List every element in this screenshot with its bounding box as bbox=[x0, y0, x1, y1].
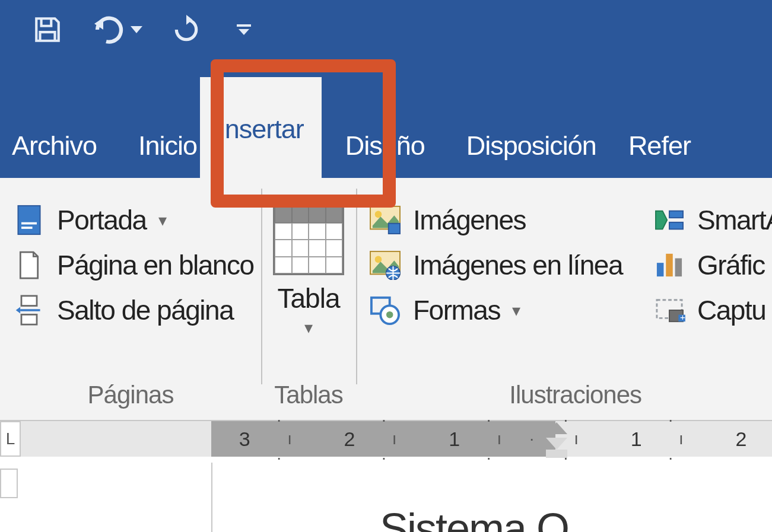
svg-rect-4 bbox=[21, 314, 37, 324]
vertical-ruler-fragment bbox=[0, 469, 18, 498]
svg-rect-8 bbox=[389, 224, 400, 234]
repeat-icon bbox=[171, 15, 201, 44]
tab-referencias[interactable]: Refer bbox=[614, 107, 691, 178]
svg-rect-17 bbox=[657, 263, 664, 276]
pictures-icon bbox=[368, 203, 402, 237]
chevron-down-icon: ▾ bbox=[512, 301, 520, 320]
tabla-button[interactable]: Tabla ▾ bbox=[273, 203, 344, 337]
svg-rect-3 bbox=[21, 296, 37, 306]
title-bar: Archivo Inicio Insertar Diseño Disposici… bbox=[0, 0, 772, 178]
smartart-label: SmartA bbox=[697, 204, 772, 236]
online-pictures-icon bbox=[368, 248, 402, 282]
table-icon bbox=[273, 204, 344, 275]
quick-access-toolbar bbox=[30, 12, 252, 47]
ruler-number: 1 bbox=[605, 428, 667, 451]
undo-button[interactable] bbox=[91, 12, 127, 47]
pagina-blanco-label: Página en blanco bbox=[57, 249, 254, 281]
ruler-number: 2 bbox=[710, 428, 772, 451]
tab-selector[interactable]: L bbox=[0, 421, 21, 457]
shapes-icon bbox=[368, 293, 402, 327]
salto-pagina-label: Salto de página bbox=[57, 294, 233, 326]
ribbon: Portada ▾ Página en blanco bbox=[0, 178, 772, 421]
tab-disposicion[interactable]: Disposición bbox=[443, 107, 614, 178]
ribbon-tabs: Archivo Inicio Insertar Diseño Disposici… bbox=[0, 107, 691, 178]
formas-button[interactable]: Formas ▾ bbox=[368, 293, 622, 327]
svg-point-10 bbox=[375, 256, 382, 263]
ruler-ticks: 3 · ı · 2 · ı · 1 · ı · · · · ı · 1 · ı … bbox=[214, 421, 772, 457]
indent-marker[interactable] bbox=[546, 422, 567, 458]
undo-dropdown[interactable] bbox=[131, 26, 142, 33]
page-break-icon bbox=[12, 293, 46, 327]
document-text-preview: Sistema O bbox=[380, 504, 568, 532]
chevron-down-icon: ▾ bbox=[304, 318, 313, 337]
cover-page-icon bbox=[12, 203, 46, 237]
smartart-button[interactable]: SmartA bbox=[652, 203, 772, 237]
svg-rect-1 bbox=[21, 222, 37, 225]
svg-rect-0 bbox=[18, 206, 40, 234]
captura-button[interactable]: + Captu bbox=[652, 293, 772, 327]
imagenes-linea-label: Imágenes en línea bbox=[413, 249, 622, 281]
group-paginas-label: Páginas bbox=[12, 381, 249, 409]
save-button[interactable] bbox=[30, 12, 65, 47]
customize-qat-button[interactable] bbox=[236, 22, 252, 37]
tab-archivo[interactable]: Archivo bbox=[0, 107, 120, 178]
svg-rect-15 bbox=[669, 211, 683, 218]
chevron-down-icon: ▾ bbox=[158, 211, 166, 230]
horizontal-ruler[interactable]: 3 · ı · 2 · ı · 1 · ı · · · · ı · 1 · ı … bbox=[0, 421, 772, 457]
save-icon bbox=[33, 15, 62, 44]
screenshot-icon: + bbox=[652, 293, 687, 327]
tabla-label: Tabla bbox=[278, 282, 340, 314]
imagenes-button[interactable]: Imágenes bbox=[368, 203, 622, 237]
svg-rect-18 bbox=[666, 254, 673, 276]
chart-icon bbox=[652, 248, 687, 282]
ruler-number: 2 bbox=[319, 428, 380, 451]
tab-inicio[interactable]: Inicio bbox=[120, 107, 200, 178]
group-tablas-label: Tablas bbox=[274, 381, 342, 409]
imagenes-label: Imágenes bbox=[413, 204, 526, 236]
imagenes-linea-button[interactable]: Imágenes en línea bbox=[368, 248, 622, 282]
repeat-button[interactable] bbox=[169, 12, 204, 47]
group-tablas: Tabla ▾ Tablas bbox=[261, 178, 356, 420]
group-ilustraciones-label: Ilustraciones bbox=[368, 381, 772, 409]
portada-button[interactable]: Portada ▾ bbox=[12, 203, 249, 237]
tab-diseno[interactable]: Diseño bbox=[322, 107, 443, 178]
portada-label: Portada bbox=[57, 204, 147, 236]
grafico-button[interactable]: Gráfic bbox=[652, 248, 772, 282]
tab-insertar[interactable]: Insertar bbox=[200, 77, 322, 178]
document-edge bbox=[211, 463, 212, 532]
svg-rect-16 bbox=[669, 222, 683, 230]
undo-icon bbox=[91, 15, 127, 44]
grafico-label: Gráfic bbox=[697, 249, 765, 281]
smartart-icon bbox=[652, 203, 687, 237]
ruler-number: 1 bbox=[423, 428, 485, 451]
group-ilustraciones: Imágenes Imágenes en línea bbox=[356, 178, 772, 420]
salto-pagina-button[interactable]: Salto de página bbox=[12, 293, 249, 327]
ruler-area: 3 · ı · 2 · ı · 1 · ı · · · · ı · 1 · ı … bbox=[0, 421, 772, 532]
group-paginas: Portada ▾ Página en blanco bbox=[0, 178, 261, 420]
formas-label: Formas bbox=[413, 294, 500, 326]
pagina-blanco-button[interactable]: Página en blanco bbox=[12, 248, 249, 282]
ruler-number: 3 bbox=[214, 428, 275, 451]
svg-point-7 bbox=[375, 211, 382, 218]
svg-point-14 bbox=[386, 311, 393, 318]
svg-rect-19 bbox=[675, 259, 682, 277]
captura-label: Captu bbox=[697, 294, 765, 326]
blank-page-icon bbox=[12, 248, 46, 282]
svg-rect-2 bbox=[21, 227, 33, 229]
